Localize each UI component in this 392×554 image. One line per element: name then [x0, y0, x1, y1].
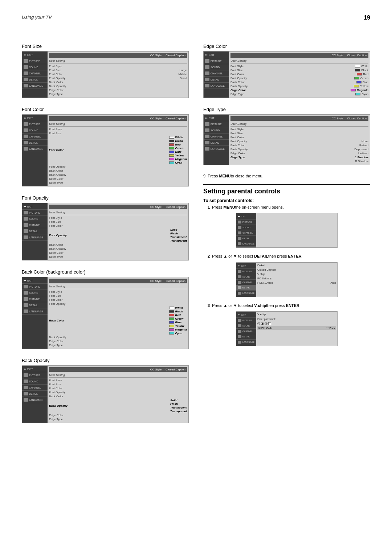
pin-dots: ✱ ✱ ✱ –: [257, 322, 336, 325]
row-backcolor-fc: Back Color: [49, 169, 187, 173]
row-edgetype-et: Edge TypeL.Shadow: [230, 155, 368, 159]
tv-topbar-edgetype: CC Style Closed Caption: [230, 116, 368, 121]
step1-language: LANGUAGE: [236, 241, 256, 247]
sidebar-language-ec: LANGUAGE: [204, 83, 229, 89]
sidebar-channel-bc: CHANNEL: [22, 296, 48, 302]
step3-screenshot: ⬅ EXIT PICTURE SOUND CHANNEL DETAIL LANG…: [236, 311, 338, 346]
font-size-screenshot: ⬅ EXIT PICTURE SOUND CHANNEL DETAIL LANG…: [22, 51, 189, 98]
row-backcolor-fs: Back Color: [49, 80, 187, 84]
row-edgetype-ec: Edge TypeCyan: [230, 92, 368, 96]
back-opacity-section: Back Opacity ⬅ EXIT PICTURE SOUND CHANNE…: [22, 358, 189, 423]
step3-channel: CHANNEL: [236, 329, 256, 334]
step1-exit: ⬅ EXIT: [236, 214, 256, 219]
row-fontstyle-fc: Font Style: [49, 127, 187, 131]
row-fontopacity-fo: Font Opacity Solid Flash Translucent Tra…: [49, 228, 187, 243]
row-edgetype-fs: Edge Type: [49, 92, 187, 96]
edge-type-title: Edge Type: [203, 107, 370, 112]
pin-dot-2: ✱: [261, 322, 264, 325]
step3-language: LANGUAGE: [236, 340, 256, 345]
row-backcolor-fo: Back Color: [49, 243, 187, 247]
sidebar-picture: PICTURE: [22, 58, 48, 64]
tv-main-fontopacity: CC Style Closed Caption User Setting Fon…: [48, 203, 188, 260]
row-fontcolor-ec: Font ColorRed: [230, 72, 368, 76]
back-color-screenshot: ⬅ EXIT PICTURE SOUND CHANNEL DETAIL LANG…: [22, 277, 189, 349]
sidebar-picture-fo: PICTURE: [22, 210, 48, 216]
sidebar-detail-fc: DETAIL: [22, 140, 48, 146]
row-fontcolor-fo: Font Color: [49, 224, 187, 228]
sidebar-sound-fo: SOUND: [22, 216, 48, 222]
sidebar-detail-bo: DETAIL: [22, 391, 48, 397]
edge-color-screenshot: ⬅ EXIT PICTURE SOUND CHANNEL DETAIL LANG…: [203, 51, 370, 98]
row-edgecolor-fo: Edge Color: [49, 251, 187, 255]
tv-sidebar-fontopacity: ⬅ EXIT PICTURE SOUND CHANNEL DETAIL LANG…: [22, 203, 48, 260]
tv-main-backopacity: CC Style Closed Caption User Setting Fon…: [48, 366, 188, 423]
pin-dash: –: [268, 322, 271, 325]
step2-closed-caption: Closed Caption: [257, 268, 336, 272]
row-backopacity-bop: Back Opacity Solid Flash Translucent Tra…: [49, 398, 187, 413]
tv-sidebar-edgecolor: ⬅ EXIT PICTURE SOUND CHANNEL DETAIL LANG…: [204, 52, 229, 98]
row-backcolor-bop: Back Color: [49, 394, 187, 398]
step2-detail: DETAIL: [236, 285, 256, 291]
sidebar-channel-fo: CHANNEL: [22, 222, 48, 228]
row-fontstyle: Font Style: [49, 64, 187, 68]
tv-menu-usersetting-backcolor: User Setting: [49, 284, 187, 289]
back-opacity-title: Back Opacity: [22, 358, 189, 363]
sidebar-exit-fc: ⬅ EXIT: [22, 115, 48, 121]
edge-color-title: Edge Color: [203, 44, 370, 49]
tv-topbar-backopacity: CC Style Closed Caption: [49, 367, 187, 372]
row-edgecolor-fc: Edge Color: [49, 177, 187, 181]
font-size-title: Font Size: [22, 44, 189, 49]
sidebar-channel-bo: CHANNEL: [22, 385, 48, 391]
sidebar-sound: SOUND: [22, 64, 48, 70]
sidebar-channel-ec: CHANNEL: [204, 70, 229, 77]
sidebar-language-bc: LANGUAGE: [22, 308, 48, 315]
row-edgecolor-et: Edge ColorUniform: [230, 151, 368, 155]
sidebar-channel-fc: CHANNEL: [22, 134, 48, 140]
sidebar-sound-et: SOUND: [204, 127, 229, 134]
step1-sound: SOUND: [236, 225, 256, 230]
page-header-title: Using your TV: [22, 15, 52, 20]
tv-main-backcolor: CC Style Closed Caption User Setting Fon…: [48, 277, 188, 349]
row-backcolor-et: Back ColorRaised: [230, 143, 368, 147]
parental-controls-title: Setting parental controls: [203, 184, 370, 195]
back-color-title: Back Color (background color): [22, 269, 189, 275]
row-edgecolor-bop: Edge Color: [49, 413, 187, 417]
row-fontopacity-ec: Font OpacityGreen: [230, 76, 368, 80]
sidebar-detail: DETAIL: [22, 77, 48, 83]
step1-sidebar: ⬅ EXIT PICTURE SOUND CHANNEL DETAIL LANG…: [236, 213, 256, 247]
step2-hdmi1: HDMI1 AudioAuto: [257, 281, 336, 285]
tv-sidebar-backopacity: ⬅ EXIT PICTURE SOUND CHANNEL DETAIL LANG…: [22, 366, 48, 423]
row-fontcolor-fs: Font ColorMiddle: [49, 72, 187, 76]
row-backopacity-et: Back OpacityDepressed: [230, 147, 368, 151]
sidebar-exit-ec: ⬅ EXIT: [204, 52, 229, 58]
row-fontsize: Font SizeLarge: [49, 68, 187, 72]
row-backopacity-fc: Back Opacity: [49, 173, 187, 177]
row-backcolor-bc: Back Color White Black Red Green Blue Ye…: [49, 306, 187, 335]
sidebar-detail-et: DETAIL: [204, 140, 229, 146]
step3-screenshot-wrapper: ⬅ EXIT PICTURE SOUND CHANNEL DETAIL LANG…: [203, 311, 370, 349]
step1-detail: DETAIL: [236, 236, 256, 241]
edge-color-section: Edge Color ⬅ EXIT PICTURE SOUND CHANNEL …: [203, 44, 370, 98]
step3-sidebar: ⬅ EXIT PICTURE SOUND CHANNEL DETAIL LANG…: [236, 312, 256, 346]
step2-screenshot-wrapper: ⬅ EXIT PICTURE SOUND CHANNEL DETAIL LANG…: [203, 262, 370, 300]
tv-sidebar-fontcolor: ⬅ EXIT PICTURE SOUND CHANNEL DETAIL LANG…: [22, 115, 48, 186]
sidebar-detail-bc: DETAIL: [22, 302, 48, 308]
step2-text: 2 Press ▲ or ▼ to select DETAILthen pres…: [208, 254, 370, 259]
row-edgetype-bop: Edge Type: [49, 417, 187, 421]
tv-topbar-fontcolor: CC Style Closed Caption: [49, 116, 187, 121]
press-menu-note: 9 Press MENUto close the menu.: [203, 174, 370, 178]
step1-screenshot-wrapper: ⬅ EXIT PICTURE SOUND CHANNEL DETAIL LANG…: [203, 213, 370, 251]
step3-text: 3 Press ▲ or ▼ to select V-chipthen pres…: [208, 303, 370, 308]
sidebar-picture-fc: PICTURE: [22, 121, 48, 127]
row-edgecolor-fs: Edge Color: [49, 88, 187, 92]
step3-main: V chip Enter password: ✱ ✱ ✱ –: [256, 312, 337, 346]
sidebar-detail-fo: DETAIL: [22, 228, 48, 234]
tv-topbar-backcolor: CC Style Closed Caption: [49, 279, 187, 283]
row-fontopacity-fc: Font Opacity: [49, 165, 187, 169]
parental-controls-subtitle: To set parental controls:: [203, 198, 370, 203]
row-fontcolor-bop: Font Color: [49, 386, 187, 390]
row-fontsize-fo: Font Size: [49, 220, 187, 224]
sidebar-exit-fo: ⬅ EXIT: [22, 204, 48, 210]
tv-menu-usersetting-fontopacity: User Setting: [49, 210, 187, 215]
sidebar-exit: ⬅ EXIT: [22, 52, 48, 58]
